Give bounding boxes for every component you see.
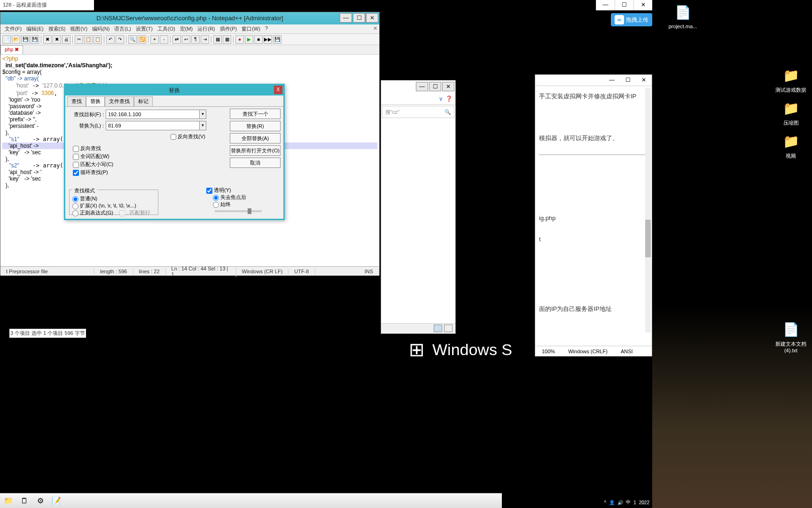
tray-icon[interactable]: ^ bbox=[604, 500, 606, 505]
transparency-slider[interactable] bbox=[215, 210, 262, 212]
notepad-taskbar-icon[interactable]: 🗒 bbox=[18, 495, 31, 507]
zoomout-icon[interactable]: - bbox=[160, 35, 168, 44]
mode-extended-radio[interactable]: 扩展(X) (\n, \r, \t, \0, \x...) bbox=[72, 203, 136, 208]
maximize-button[interactable]: ☐ bbox=[353, 13, 365, 23]
replaceall-button[interactable]: 全部替换(A) bbox=[230, 133, 281, 143]
maximize-button[interactable]: ☐ bbox=[429, 82, 441, 91]
closeall-icon[interactable]: ✖ bbox=[53, 35, 61, 44]
fold-icon[interactable]: ▦ bbox=[213, 35, 222, 44]
tab-replace[interactable]: 替换 bbox=[86, 96, 105, 106]
find-input[interactable] bbox=[106, 110, 200, 119]
menu-tools[interactable]: 工具(O) bbox=[155, 24, 178, 33]
stop-icon[interactable]: ■ bbox=[254, 35, 263, 44]
menu-edit[interactable]: 编辑(E) bbox=[24, 24, 46, 33]
open-icon[interactable]: 📂 bbox=[12, 35, 20, 44]
indent-icon[interactable]: ⇥ bbox=[201, 35, 209, 44]
desktop-icon-newtxt[interactable]: 📄 新建文本文档(4).txt bbox=[774, 320, 807, 353]
minimize-button[interactable]: — bbox=[604, 75, 620, 86]
findnext-button[interactable]: 查找下一个 bbox=[230, 109, 281, 119]
tray-time[interactable]: 1 bbox=[633, 500, 636, 505]
menu-view[interactable]: 视图(V) bbox=[68, 24, 90, 33]
mode-regex-radio[interactable]: 正则表达式(G) bbox=[72, 210, 113, 215]
tray-date[interactable]: 2022 bbox=[639, 500, 649, 505]
cancel-button[interactable]: 取消 bbox=[230, 158, 281, 168]
maximize-button[interactable]: ☐ bbox=[615, 0, 633, 10]
cut-icon[interactable]: ✂ bbox=[75, 35, 83, 44]
record-icon[interactable]: ● bbox=[235, 35, 244, 44]
play-icon[interactable]: ▶ bbox=[245, 35, 253, 44]
minimize-button[interactable]: — bbox=[340, 13, 352, 23]
undo-icon[interactable]: ↶ bbox=[106, 35, 115, 44]
upload-button[interactable]: ∞ 拖拽上传 bbox=[611, 13, 652, 26]
dropdown-icon[interactable]: ▼ bbox=[200, 110, 206, 119]
tab-find[interactable]: 查找 bbox=[67, 96, 86, 106]
slider-handle[interactable] bbox=[248, 208, 251, 214]
explorer-taskbar-icon[interactable]: 📁 bbox=[2, 495, 15, 507]
menu-window[interactable]: 窗口(W) bbox=[239, 24, 263, 33]
tray-icon[interactable]: 👤 bbox=[609, 500, 615, 505]
help-icon[interactable]: ❓ bbox=[445, 95, 453, 102]
notepadpp-taskbar-icon[interactable]: 📝 bbox=[50, 495, 63, 507]
sync-icon[interactable]: ⇄ bbox=[172, 35, 181, 44]
menu-settings[interactable]: 设置(T) bbox=[133, 24, 155, 33]
tab-configphp[interactable]: php ✖ bbox=[0, 45, 23, 54]
view-details-button[interactable] bbox=[434, 325, 442, 332]
transparent-checkbox[interactable]: 透明(Y) bbox=[206, 187, 231, 193]
mode-normal-radio[interactable]: 普通(N) bbox=[72, 196, 97, 201]
savemacro-icon[interactable]: 💾 bbox=[273, 35, 281, 44]
doc-close-icon[interactable]: ✕ bbox=[373, 25, 377, 32]
trans-always-radio[interactable]: 始终 bbox=[213, 201, 231, 207]
replace-button[interactable]: 替换(R) bbox=[230, 121, 281, 131]
menu-macro[interactable]: 宏(M) bbox=[178, 24, 195, 33]
close-icon[interactable]: ✖ bbox=[43, 35, 52, 44]
close-button[interactable]: ✕ bbox=[633, 0, 652, 10]
search-icon[interactable]: 🔍 bbox=[445, 109, 451, 115]
redo-icon[interactable]: ↷ bbox=[116, 35, 124, 44]
desktop-icon-compress[interactable]: 📁 压缩图 bbox=[774, 99, 807, 127]
explorer-addressbar[interactable]: v ❓ bbox=[381, 93, 455, 105]
saveall-icon[interactable]: 💾 bbox=[31, 35, 39, 44]
wrap-checkbox[interactable]: 循环查找(P) bbox=[73, 169, 281, 176]
close-button[interactable]: ✕ bbox=[442, 82, 454, 91]
print-icon[interactable]: 🖨 bbox=[62, 35, 70, 44]
copy-icon[interactable]: 📋 bbox=[84, 35, 93, 44]
menu-language[interactable]: 语言(L) bbox=[112, 24, 133, 33]
replaceallopen-button[interactable]: 替换所有打开文件(O) bbox=[230, 145, 281, 156]
allchars-icon[interactable]: ¶ bbox=[191, 35, 200, 44]
tray-icon[interactable]: 中 bbox=[626, 499, 631, 506]
dropdown-icon[interactable]: v bbox=[439, 95, 442, 102]
zoomin-icon[interactable]: + bbox=[150, 35, 159, 44]
menu-search[interactable]: 搜索(S) bbox=[46, 24, 68, 33]
dropdown-icon[interactable]: ▼ bbox=[200, 121, 206, 130]
tab-findinfiles[interactable]: 文件查找 bbox=[105, 96, 134, 106]
desktop-icon-testgame[interactable]: 📁 测试游戏数据 bbox=[774, 66, 807, 94]
playback-icon[interactable]: ▶▶ bbox=[264, 35, 272, 44]
desktop-icon-project[interactable]: 📄 project.ma... bbox=[666, 3, 699, 29]
menu-file[interactable]: 文件(F) bbox=[2, 24, 24, 33]
trans-losefocus-radio[interactable]: 失去焦点后 bbox=[213, 194, 246, 200]
replace-input[interactable] bbox=[106, 121, 200, 130]
menu-help[interactable]: ? bbox=[263, 24, 270, 33]
dotall-checkbox[interactable]: . 匹配新行 bbox=[119, 210, 150, 215]
tray-icon[interactable]: 🔊 bbox=[617, 500, 623, 505]
replace-icon[interactable]: 🔁 bbox=[138, 35, 146, 44]
scrollbar[interactable] bbox=[645, 88, 651, 333]
wrap-icon[interactable]: ↩ bbox=[182, 35, 190, 44]
minimize-button[interactable]: — bbox=[596, 0, 615, 10]
desktop-icon-video[interactable]: 📁 视频 bbox=[774, 132, 807, 159]
explorer-body[interactable] bbox=[381, 119, 455, 326]
menu-plugins[interactable]: 插件(P) bbox=[218, 24, 240, 33]
menu-run[interactable]: 运行(R) bbox=[195, 24, 217, 33]
save-icon[interactable]: 💾 bbox=[21, 35, 30, 44]
minimize-button[interactable]: — bbox=[416, 82, 428, 91]
explorer-searchbox[interactable]: 搜"cz" 🔍 bbox=[382, 106, 454, 118]
scrollbar-thumb[interactable] bbox=[645, 220, 651, 257]
close-button[interactable]: ✕ bbox=[366, 13, 378, 23]
app-taskbar-icon[interactable]: ⚙ bbox=[34, 495, 47, 507]
menu-encoding[interactable]: 编码(N) bbox=[90, 24, 112, 33]
close-button[interactable]: ✕ bbox=[636, 75, 652, 86]
backwards-checkbox[interactable]: 反向查找(V) bbox=[171, 134, 205, 139]
unfold-icon[interactable]: ▦ bbox=[223, 35, 231, 44]
notepad-body[interactable]: 手工安装虚拟网卡并修改虚拟网卡IP 模拟器，就可以开始游戏了。 ig.php t… bbox=[535, 86, 652, 327]
close-button[interactable]: X bbox=[274, 86, 282, 94]
